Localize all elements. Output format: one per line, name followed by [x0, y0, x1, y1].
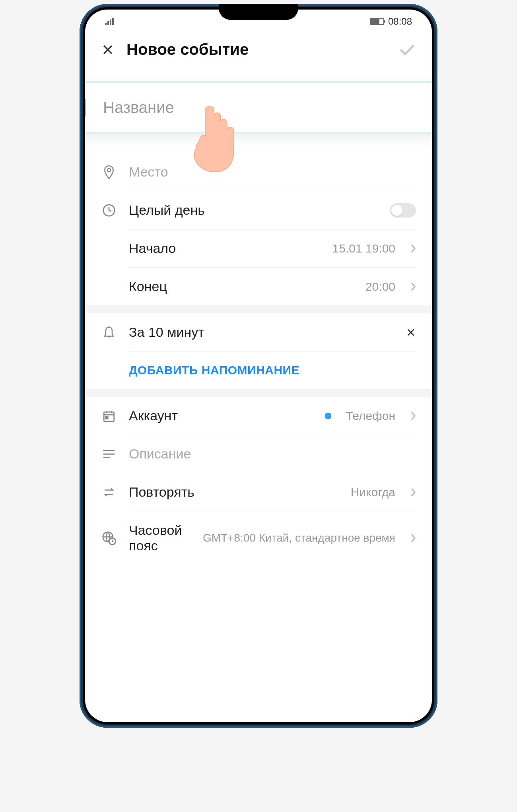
account-color-dot	[325, 413, 331, 419]
add-reminder-button[interactable]: ДОБАВИТЬ НАПОМИНАНИЕ	[85, 352, 432, 389]
start-row[interactable]: Начало 15.01 19:00	[85, 229, 432, 267]
reminder-label: За 10 минут	[129, 324, 394, 340]
reminder-row: За 10 минут	[85, 313, 432, 351]
svg-rect-3	[106, 416, 108, 419]
repeat-label: Повторять	[129, 484, 339, 500]
description-icon	[101, 449, 117, 459]
phone-notch	[219, 4, 298, 20]
location-icon	[101, 165, 117, 180]
phone-frame: 08:08 Новое событие Название	[80, 4, 437, 728]
repeat-icon	[101, 487, 117, 497]
svg-point-0	[107, 168, 111, 171]
title-placeholder: Название	[103, 99, 174, 117]
allday-toggle[interactable]	[390, 203, 416, 218]
signal-icon	[105, 18, 114, 25]
location-placeholder: Место	[129, 164, 416, 180]
location-row[interactable]: Место	[85, 153, 432, 191]
account-value: Телефон	[346, 409, 395, 423]
calendar-icon	[101, 409, 117, 423]
timezone-value: GMT+8:00 Китай, стандартное время	[203, 531, 395, 545]
close-button[interactable]	[101, 43, 115, 56]
chevron-right-icon	[410, 488, 416, 497]
status-time: 08:08	[388, 16, 412, 27]
description-placeholder: Описание	[129, 446, 416, 462]
chevron-right-icon	[410, 411, 416, 421]
account-row[interactable]: Аккаунт Телефон	[85, 397, 432, 435]
form-content: Место Целый день Начало 15.01 19:00	[85, 66, 432, 565]
end-label: Конец	[129, 279, 354, 294]
description-row[interactable]: Описание	[85, 435, 432, 473]
globe-clock-icon	[101, 531, 117, 545]
confirm-button[interactable]	[398, 43, 416, 56]
allday-label: Целый день	[129, 202, 378, 218]
repeat-value: Никогда	[351, 486, 395, 499]
battery-icon	[370, 18, 384, 25]
clock-icon	[101, 204, 117, 217]
page-title: Новое событие	[126, 41, 387, 58]
chevron-right-icon	[410, 282, 416, 291]
start-label: Начало	[129, 241, 321, 256]
start-value: 15.01 19:00	[332, 242, 395, 255]
chevron-right-icon	[410, 244, 416, 253]
allday-row: Целый день	[85, 191, 432, 229]
bell-icon	[101, 325, 117, 340]
remove-reminder-button[interactable]	[406, 327, 416, 338]
end-row[interactable]: Конец 20:00	[85, 268, 432, 305]
repeat-row[interactable]: Повторять Никогда	[85, 473, 432, 511]
end-value: 20:00	[365, 280, 395, 293]
chevron-right-icon	[410, 533, 416, 543]
app-header: Новое событие	[85, 33, 432, 66]
account-label: Аккаунт	[129, 408, 313, 423]
timezone-label: Часовой пояс	[129, 523, 191, 554]
timezone-row[interactable]: Часовой пояс GMT+8:00 Китай, стандартное…	[85, 511, 432, 565]
phone-screen: 08:08 Новое событие Название	[85, 10, 432, 722]
title-input-card[interactable]: Название	[85, 81, 432, 134]
text-cursor	[85, 99, 86, 117]
